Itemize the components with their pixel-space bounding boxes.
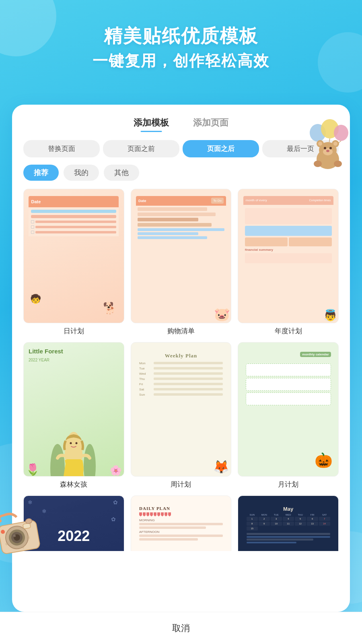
tpl-3-label: financial summary [245, 248, 332, 252]
svg-point-11 [333, 142, 337, 146]
day-4: 4 [283, 517, 294, 521]
template-item-shopping-list[interactable]: Date To Do 🐷 购物清单 [131, 189, 232, 336]
template-thumb-weekly-plan: Weekly Plan Mon Tue Wed [131, 342, 232, 477]
checkbox-icon [31, 220, 34, 223]
day-13: 13 [307, 522, 318, 526]
template-item-weekly-plan[interactable]: Weekly Plan Mon Tue Wed [131, 342, 232, 489]
flag-4 [150, 512, 153, 516]
tpl-1-header: Date [29, 196, 119, 207]
tpl-2-row-1 [138, 207, 207, 211]
flag-row [139, 512, 223, 516]
tabs-row: 添加模板 添加页面 [23, 117, 339, 131]
pos-btn-after[interactable]: 页面之后 [183, 140, 259, 157]
tpl-5-tue: Tue [139, 367, 223, 370]
corgi-icon: 🐕 [103, 301, 117, 315]
tpl-3-htext2: Completion times [309, 199, 331, 202]
tpl-2-body [136, 206, 226, 242]
day-label-sun: Sun [139, 393, 152, 396]
template-label-forest-girl: 森林女孩 [60, 480, 87, 489]
day-10: 10 [271, 522, 282, 526]
template-item-monthly-plan[interactable]: monthly calendar 🎃 月计划 [238, 342, 339, 489]
svg-point-9 [318, 142, 322, 146]
day-14: 14 [319, 522, 330, 526]
day-1: 1 [247, 517, 258, 521]
sf-6: ✿ [111, 516, 116, 522]
header-title-line2: 一键复用，创作轻松高效 [0, 51, 362, 71]
svg-point-34 [70, 442, 72, 444]
svg-point-13 [324, 147, 326, 149]
template-item-daily-plan-2[interactable]: DAILY PLAN MORNING [131, 495, 232, 551]
template-item-daily-plan[interactable]: Date [23, 189, 124, 336]
tpl-3-box-2 [245, 226, 332, 236]
pos-btn-before[interactable]: 页面之前 [103, 140, 179, 157]
monthly-text: monthly calendar [302, 353, 329, 357]
main-card: 添加模板 添加页面 替换页面 页面之前 页面之后 最后一页 推荐 我的 其他 D… [12, 105, 350, 612]
day-9: 9 [259, 522, 270, 526]
tpl-5-line-tue [154, 367, 223, 369]
wed-header: WED [283, 514, 294, 516]
tpl-5-line-thu [154, 378, 223, 380]
tpl-5-mon: Mon [139, 361, 223, 365]
tab-add-template[interactable]: 添加模板 [134, 117, 169, 131]
morning-label: MORNING [139, 518, 223, 522]
tab-add-page[interactable]: 添加页面 [193, 117, 228, 131]
template-label-monthly-plan: 月计划 [278, 480, 298, 489]
template-item-forest-girl[interactable]: Little Forest 2022 YEAR [23, 342, 124, 489]
day-label-thu: Thu [139, 377, 152, 381]
year-2022-text: 2022 [58, 528, 90, 545]
tpl-6-box-2 [246, 378, 331, 391]
tpl-2-row-7 [138, 236, 207, 239]
tulip-icon: 🌷 [26, 463, 40, 476]
cat-btn-other[interactable]: 其他 [104, 165, 139, 181]
day-3: 3 [271, 517, 282, 521]
flag-6 [157, 512, 160, 516]
checkbox-line-3 [35, 231, 116, 233]
checkbox-line-2 [35, 226, 116, 228]
angel-icon: 👼 [323, 309, 337, 322]
tpl-5-inner: Weekly Plan Mon Tue Wed [136, 349, 226, 470]
tpl-5-line-mon [154, 362, 223, 364]
template-item-may-calendar[interactable]: May SUN MON TUE WED THU FRI SAT 1 2 3 4 … [238, 495, 339, 551]
cat-btn-recommended[interactable]: 推荐 [23, 165, 59, 181]
flower-icon: 🌸 [110, 465, 122, 476]
pos-btn-replace[interactable]: 替换页面 [23, 140, 100, 157]
weekly-plan-header: Weekly Plan [139, 353, 223, 359]
tpl-6-content [246, 363, 331, 405]
flag-8 [165, 512, 167, 516]
tpl-2-htext: Date [138, 199, 146, 203]
cancel-button[interactable]: 取消 [172, 622, 190, 634]
sf-1: ❄ [28, 499, 33, 506]
cat-btn-mine[interactable]: 我的 [64, 165, 99, 181]
tpl-6-box-3 [246, 392, 331, 405]
tpl-5-line-wed [154, 372, 223, 375]
svg-point-35 [76, 442, 78, 444]
svg-text:❄: ❄ [5, 541, 9, 546]
template-label-shopping-list: 购物清单 [167, 326, 195, 336]
tpl-5-sun: Sun [139, 393, 223, 396]
tpl-3-inner: month of every Completion times financia… [243, 196, 333, 316]
tpl-2-row-6 [138, 232, 198, 235]
squiggle-1 [247, 536, 330, 538]
may-note-lines [247, 533, 330, 543]
template-item-annual-plan[interactable]: month of every Completion times financia… [238, 189, 339, 336]
template-label-annual-plan: 年度计划 [275, 326, 302, 336]
tpl-3-body: financial summary [243, 205, 333, 266]
tpl-5-sat: Sat [139, 388, 223, 391]
may-calendar-grid: SUN MON TUE WED THU FRI SAT 1 2 3 4 5 6 … [247, 514, 330, 530]
flag-9 [168, 512, 171, 516]
tpl-3-small-2 [289, 237, 331, 246]
mon-header: MON [259, 514, 270, 516]
svg-point-17 [334, 161, 342, 167]
tpl-2-row-4 [138, 223, 211, 227]
bear-balloon-decoration [306, 119, 350, 176]
sf-3: ❄ [42, 508, 47, 514]
template-grid: Date [23, 189, 339, 551]
tpl-1-checkbox-1 [31, 220, 116, 223]
flag-1 [139, 512, 142, 516]
tue-header: TUE [271, 514, 282, 516]
tpl-1-header-text: Date [31, 199, 41, 204]
sun-header: SUN [247, 514, 258, 516]
day-7: 7 [319, 517, 330, 521]
tpl-3-small [245, 237, 332, 246]
day-2: 2 [259, 517, 270, 521]
